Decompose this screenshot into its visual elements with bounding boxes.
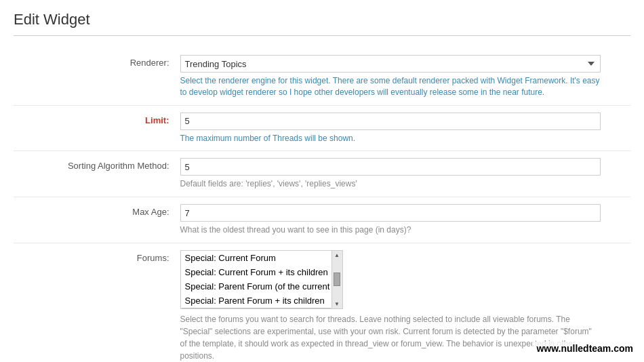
sorting-hint: Default fields are: 'replies', 'views', … bbox=[180, 178, 601, 190]
renderer-hint: Select the renderer engine for this widg… bbox=[180, 75, 601, 98]
limit-label: Limit: bbox=[14, 105, 180, 151]
forums-listbox[interactable]: Special: Current Forum Special: Current … bbox=[181, 251, 331, 308]
limit-input[interactable] bbox=[180, 113, 601, 130]
page-title: Edit Widget bbox=[14, 11, 630, 36]
maxage-label: Max Age: bbox=[14, 197, 180, 243]
sorting-input[interactable] bbox=[180, 158, 601, 176]
forum-option-5[interactable]: -- Announcements bbox=[181, 308, 331, 308]
forums-label: Forums: bbox=[14, 243, 180, 362]
listbox-scrollbar[interactable]: ▲ ▼ bbox=[331, 251, 342, 308]
maxage-input[interactable] bbox=[180, 204, 601, 222]
maxage-hint: What is the oldest thread you want to se… bbox=[180, 224, 601, 236]
forum-option-1[interactable]: Special: Current Forum bbox=[181, 251, 331, 265]
scroll-thumb bbox=[334, 273, 340, 286]
renderer-label: Renderer: bbox=[14, 48, 180, 105]
renderer-select[interactable]: Trending Topics bbox=[180, 55, 601, 73]
forum-option-3[interactable]: Special: Parent Forum (of the current on… bbox=[181, 279, 331, 294]
limit-hint: The maximum number of Threads will be sh… bbox=[180, 133, 601, 144]
sorting-label: Sorting Algorithm Method: bbox=[14, 151, 180, 197]
forum-option-4[interactable]: Special: Parent Forum + its children bbox=[181, 294, 331, 308]
scroll-up-arrow[interactable]: ▲ bbox=[334, 252, 340, 258]
scroll-down-arrow[interactable]: ▼ bbox=[334, 301, 340, 307]
forum-option-2[interactable]: Special: Current Forum + its children bbox=[181, 265, 331, 279]
watermark: www.nulledteam.com bbox=[532, 342, 637, 355]
